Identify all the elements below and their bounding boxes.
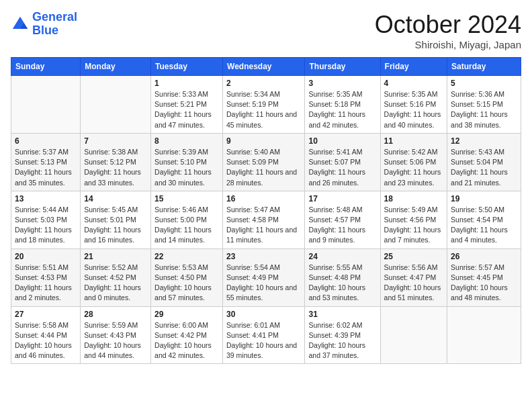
day-info: Sunrise: 5:40 AM Sunset: 5:09 PM Dayligh… <box>226 147 301 188</box>
calendar-cell: 17Sunrise: 5:48 AM Sunset: 4:57 PM Dayli… <box>305 191 380 248</box>
calendar-cell: 9Sunrise: 5:40 AM Sunset: 5:09 PM Daylig… <box>223 133 305 191</box>
day-number: 9 <box>226 136 301 146</box>
day-info: Sunrise: 5:35 AM Sunset: 5:16 PM Dayligh… <box>384 89 443 130</box>
day-number: 7 <box>84 136 147 146</box>
day-info: Sunrise: 5:45 AM Sunset: 5:01 PM Dayligh… <box>84 205 147 246</box>
day-info: Sunrise: 6:02 AM Sunset: 4:39 PM Dayligh… <box>308 320 376 361</box>
calendar-cell: 3Sunrise: 5:35 AM Sunset: 5:18 PM Daylig… <box>305 76 380 134</box>
calendar-cell: 2Sunrise: 5:34 AM Sunset: 5:19 PM Daylig… <box>223 76 305 134</box>
logo-blue: Blue <box>32 24 58 37</box>
calendar-cell: 10Sunrise: 5:41 AM Sunset: 5:07 PM Dayli… <box>305 133 380 191</box>
day-number: 11 <box>384 136 443 146</box>
day-number: 13 <box>15 194 77 203</box>
calendar-week-row: 27Sunrise: 5:58 AM Sunset: 4:44 PM Dayli… <box>11 306 521 364</box>
calendar-cell: 13Sunrise: 5:44 AM Sunset: 5:03 PM Dayli… <box>11 191 81 248</box>
calendar-cell: 5Sunrise: 5:36 AM Sunset: 5:15 PM Daylig… <box>447 76 521 134</box>
day-info: Sunrise: 5:51 AM Sunset: 4:53 PM Dayligh… <box>15 263 77 304</box>
day-number: 21 <box>84 252 147 261</box>
calendar-cell: 29Sunrise: 6:00 AM Sunset: 4:42 PM Dayli… <box>151 306 223 364</box>
calendar-cell: 19Sunrise: 5:50 AM Sunset: 4:54 PM Dayli… <box>447 191 521 248</box>
day-number: 20 <box>15 252 77 261</box>
calendar-cell: 1Sunrise: 5:33 AM Sunset: 5:21 PM Daylig… <box>151 76 223 134</box>
calendar-week-row: 13Sunrise: 5:44 AM Sunset: 5:03 PM Dayli… <box>11 191 521 248</box>
calendar-cell <box>81 76 151 134</box>
calendar-cell: 7Sunrise: 5:38 AM Sunset: 5:12 PM Daylig… <box>81 133 151 191</box>
logo-icon <box>11 15 30 34</box>
day-info: Sunrise: 6:00 AM Sunset: 4:42 PM Dayligh… <box>154 320 219 361</box>
calendar-cell: 20Sunrise: 5:51 AM Sunset: 4:53 PM Dayli… <box>11 248 81 306</box>
calendar-cell: 12Sunrise: 5:43 AM Sunset: 5:04 PM Dayli… <box>447 133 521 191</box>
calendar-cell: 30Sunrise: 6:01 AM Sunset: 4:41 PM Dayli… <box>223 306 305 364</box>
calendar-cell: 6Sunrise: 5:37 AM Sunset: 5:13 PM Daylig… <box>11 133 81 191</box>
calendar-title: October 2024 <box>375 11 521 39</box>
day-number: 31 <box>308 310 376 319</box>
day-info: Sunrise: 5:39 AM Sunset: 5:10 PM Dayligh… <box>154 147 219 188</box>
day-number: 12 <box>451 136 517 146</box>
calendar-cell: 18Sunrise: 5:49 AM Sunset: 4:56 PM Dayli… <box>380 191 447 248</box>
day-number: 18 <box>384 194 443 203</box>
day-number: 1 <box>154 79 219 88</box>
calendar-cell: 15Sunrise: 5:46 AM Sunset: 5:00 PM Dayli… <box>151 191 223 248</box>
calendar-subtitle: Shiroishi, Miyagi, Japan <box>375 39 521 50</box>
day-info: Sunrise: 5:36 AM Sunset: 5:15 PM Dayligh… <box>451 89 517 130</box>
calendar-cell: 24Sunrise: 5:55 AM Sunset: 4:48 PM Dayli… <box>305 248 380 306</box>
calendar-cell: 16Sunrise: 5:47 AM Sunset: 4:58 PM Dayli… <box>223 191 305 248</box>
calendar-cell: 31Sunrise: 6:02 AM Sunset: 4:39 PM Dayli… <box>305 306 380 364</box>
day-info: Sunrise: 5:58 AM Sunset: 4:44 PM Dayligh… <box>15 320 77 361</box>
day-number: 4 <box>384 79 443 88</box>
day-number: 3 <box>308 79 376 88</box>
calendar-header-row: Sunday Monday Tuesday Wednesday Thursday… <box>11 58 521 76</box>
col-wednesday: Wednesday <box>223 58 305 76</box>
day-number: 22 <box>154 252 219 261</box>
page-header: General Blue October 2024 Shiroishi, Miy… <box>11 11 521 50</box>
col-saturday: Saturday <box>447 58 521 76</box>
calendar-cell: 21Sunrise: 5:52 AM Sunset: 4:52 PM Dayli… <box>81 248 151 306</box>
calendar-cell: 25Sunrise: 5:56 AM Sunset: 4:47 PM Dayli… <box>380 248 447 306</box>
calendar-cell: 27Sunrise: 5:58 AM Sunset: 4:44 PM Dayli… <box>11 306 81 364</box>
col-friday: Friday <box>380 58 447 76</box>
day-info: Sunrise: 5:56 AM Sunset: 4:47 PM Dayligh… <box>384 263 443 304</box>
day-info: Sunrise: 5:50 AM Sunset: 4:54 PM Dayligh… <box>451 205 517 246</box>
day-number: 17 <box>308 194 376 203</box>
logo-general: General <box>32 10 77 24</box>
day-number: 23 <box>226 252 301 261</box>
calendar-cell <box>447 306 521 364</box>
calendar-week-row: 1Sunrise: 5:33 AM Sunset: 5:21 PM Daylig… <box>11 76 521 134</box>
calendar-cell: 26Sunrise: 5:57 AM Sunset: 4:45 PM Dayli… <box>447 248 521 306</box>
calendar-cell <box>11 76 81 134</box>
day-info: Sunrise: 5:54 AM Sunset: 4:49 PM Dayligh… <box>226 263 301 304</box>
logo: General Blue <box>11 11 77 38</box>
calendar-cell <box>380 306 447 364</box>
day-info: Sunrise: 5:37 AM Sunset: 5:13 PM Dayligh… <box>15 147 77 188</box>
calendar-cell: 23Sunrise: 5:54 AM Sunset: 4:49 PM Dayli… <box>223 248 305 306</box>
calendar-cell: 8Sunrise: 5:39 AM Sunset: 5:10 PM Daylig… <box>151 133 223 191</box>
day-info: Sunrise: 5:44 AM Sunset: 5:03 PM Dayligh… <box>15 205 77 246</box>
day-number: 2 <box>226 79 301 88</box>
day-info: Sunrise: 5:42 AM Sunset: 5:06 PM Dayligh… <box>384 147 443 188</box>
day-number: 27 <box>15 310 77 319</box>
day-info: Sunrise: 5:55 AM Sunset: 4:48 PM Dayligh… <box>308 263 376 304</box>
day-info: Sunrise: 5:48 AM Sunset: 4:57 PM Dayligh… <box>308 205 376 246</box>
day-info: Sunrise: 5:47 AM Sunset: 4:58 PM Dayligh… <box>226 205 301 246</box>
col-sunday: Sunday <box>11 58 81 76</box>
calendar-cell: 11Sunrise: 5:42 AM Sunset: 5:06 PM Dayli… <box>380 133 447 191</box>
day-info: Sunrise: 5:35 AM Sunset: 5:18 PM Dayligh… <box>308 89 376 130</box>
day-number: 15 <box>154 194 219 203</box>
day-number: 30 <box>226 310 301 319</box>
day-info: Sunrise: 6:01 AM Sunset: 4:41 PM Dayligh… <box>226 320 301 361</box>
day-number: 26 <box>451 252 517 261</box>
day-info: Sunrise: 5:52 AM Sunset: 4:52 PM Dayligh… <box>84 263 147 304</box>
day-number: 10 <box>308 136 376 146</box>
calendar-cell: 14Sunrise: 5:45 AM Sunset: 5:01 PM Dayli… <box>81 191 151 248</box>
day-number: 29 <box>154 310 219 319</box>
calendar-week-row: 6Sunrise: 5:37 AM Sunset: 5:13 PM Daylig… <box>11 133 521 191</box>
calendar-week-row: 20Sunrise: 5:51 AM Sunset: 4:53 PM Dayli… <box>11 248 521 306</box>
day-number: 5 <box>451 79 517 88</box>
col-tuesday: Tuesday <box>151 58 223 76</box>
calendar-cell: 28Sunrise: 5:59 AM Sunset: 4:43 PM Dayli… <box>81 306 151 364</box>
day-info: Sunrise: 5:57 AM Sunset: 4:45 PM Dayligh… <box>451 263 517 304</box>
day-number: 16 <box>226 194 301 203</box>
col-monday: Monday <box>81 58 151 76</box>
day-number: 6 <box>15 136 77 146</box>
day-info: Sunrise: 5:34 AM Sunset: 5:19 PM Dayligh… <box>226 89 301 130</box>
